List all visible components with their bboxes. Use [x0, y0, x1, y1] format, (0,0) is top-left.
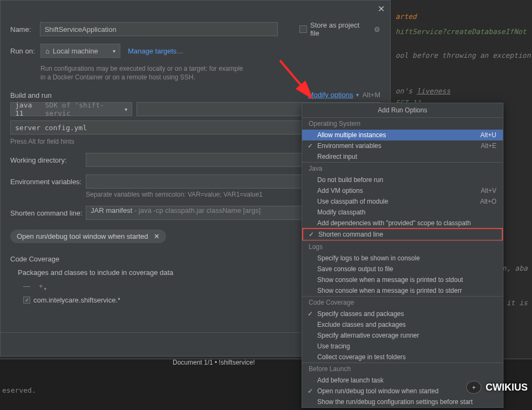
popup-item[interactable]: Save console output to file: [302, 264, 503, 274]
check-icon: ✓: [308, 387, 313, 395]
popup-item[interactable]: Do not build before run: [302, 174, 503, 185]
popup-item[interactable]: Redirect input: [302, 151, 503, 162]
popup-item-label: Add before launch task: [317, 377, 384, 384]
chat-bubble-icon: ✦: [466, 381, 481, 394]
popup-item-label: Specify logs to be shown in console: [317, 254, 420, 262]
watermark: ✦ CWIKIUS: [466, 381, 528, 394]
popup-item-shortcut: Alt+U: [480, 131, 496, 139]
popup-item[interactable]: Add VM optionsAlt+V: [302, 185, 503, 196]
popup-item-label: Show console when a message is printed t…: [317, 276, 463, 284]
popup-group-header: Before Launch: [302, 362, 503, 375]
popup-item[interactable]: Add dependencies with "provided" scope t…: [302, 218, 503, 228]
run-on-value: Local machine: [53, 47, 98, 55]
popup-item-label: Show the run/debug configuration setting…: [317, 398, 473, 406]
chevron-down-icon: ▾: [113, 48, 115, 54]
chip-remove-icon[interactable]: ✕: [154, 232, 160, 240]
dialog-title-bar: ✕: [1, 1, 390, 17]
popup-item[interactable]: Specify alternative coverage runner: [302, 330, 503, 341]
popup-item[interactable]: ✓Specify classes and packages: [302, 308, 503, 319]
popup-title: Add Run Options: [302, 103, 503, 118]
add-run-options-popup: Add Run Options Operating SystemAllow mu…: [302, 103, 503, 408]
popup-group-header: Operating System: [302, 118, 503, 130]
working-directory-label: Working directory:: [10, 156, 86, 164]
chevron-down-icon: ▾: [125, 106, 127, 112]
popup-item-label: Exclude classes and packages: [317, 321, 406, 328]
document-status: Document 1/1 • !shiftservice!: [173, 359, 255, 366]
popup-item-label: Use tracing: [317, 342, 350, 350]
remove-icon[interactable]: —: [23, 282, 30, 292]
popup-item[interactable]: Show the run/debug configuration setting…: [302, 396, 503, 407]
popup-item-label: Show console when a message is printed t…: [317, 287, 462, 294]
popup-item-label: Shorten command line: [318, 231, 383, 238]
popup-item[interactable]: Specify logs to be shown in console: [302, 253, 503, 264]
popup-item-label: Do not build before run: [317, 176, 383, 184]
popup-item[interactable]: Allow multiple instancesAlt+U: [302, 130, 503, 140]
popup-item-label: Specify alternative coverage runner: [317, 332, 419, 339]
popup-item-label: Add dependencies with "provided" scope t…: [317, 219, 471, 227]
gear-icon[interactable]: ⚙: [374, 25, 380, 33]
popup-item-shortcut: Alt+V: [481, 187, 496, 194]
store-as-project-label: Store as project file: [310, 21, 369, 37]
popup-item-shortcut: Alt+E: [481, 142, 496, 150]
open-tool-window-chip[interactable]: Open run/debug tool window when started …: [10, 230, 166, 243]
modify-options-link[interactable]: Modify options: [308, 91, 353, 99]
close-icon[interactable]: ✕: [378, 4, 385, 14]
name-input[interactable]: [40, 22, 278, 36]
popup-item-label: Add VM options: [317, 187, 363, 194]
popup-item[interactable]: Show console when a message is printed t…: [302, 274, 503, 285]
popup-item[interactable]: Collect coverage in test folders: [302, 352, 503, 362]
popup-group-header: Java: [302, 162, 503, 174]
popup-item-label: Specify classes and packages: [317, 310, 404, 318]
popup-item[interactable]: Use classpath of moduleAlt+O: [302, 196, 503, 207]
jdk-dropdown[interactable]: java 11 SDK of 'shift-servic ▾: [10, 102, 132, 116]
popup-item[interactable]: Exclude classes and packages: [302, 319, 503, 330]
jdk-value: java 11: [15, 101, 42, 117]
popup-item[interactable]: ✓Shorten command line: [303, 229, 502, 240]
chip-label: Open run/debug tool window when started: [17, 232, 148, 240]
run-on-hint: Run configurations may be executed local…: [40, 64, 245, 82]
popup-item-label: Environment variables: [317, 142, 381, 150]
home-icon: ⌂: [45, 47, 50, 55]
check-icon: ✓: [309, 231, 314, 238]
name-label: Name:: [10, 25, 40, 33]
popup-group-header: Logs: [302, 240, 503, 253]
popup-item-label: Save console output to file: [317, 265, 393, 273]
popup-item-label: Use classpath of module: [317, 198, 388, 205]
manage-targets-link[interactable]: Manage targets…: [128, 47, 183, 55]
package-checkbox[interactable]: ✓: [23, 297, 30, 304]
modify-options-shortcut: Alt+M: [362, 91, 380, 99]
check-icon: ✓: [308, 310, 313, 318]
popup-item-shortcut: Alt+O: [480, 198, 496, 205]
run-on-label: Run on:: [10, 47, 40, 55]
popup-item[interactable]: ✓Environment variablesAlt+E: [302, 140, 503, 151]
run-on-dropdown[interactable]: ⌂ Local machine ▾: [40, 44, 120, 58]
popup-item-label: Open run/debug tool window when started: [317, 387, 439, 395]
popup-item-label: Redirect input: [317, 153, 357, 160]
popup-item-label: Allow multiple instances: [317, 131, 386, 139]
env-vars-label: Environment variables:: [10, 178, 86, 186]
add-icon[interactable]: +✦: [39, 282, 47, 292]
popup-item-label: Collect coverage in test folders: [317, 353, 406, 361]
popup-item[interactable]: Modify classpath: [302, 207, 503, 218]
shorten-cmd-label: Shorten command line:: [10, 209, 86, 217]
check-icon: ✓: [308, 142, 313, 150]
chevron-down-icon: ▾: [356, 92, 359, 98]
popup-item[interactable]: Use tracing: [302, 341, 503, 352]
popup-item[interactable]: Show console when a message is printed t…: [302, 285, 503, 296]
popup-group-header: Code Coverage: [302, 296, 503, 308]
popup-item-label: Modify classpath: [317, 209, 365, 216]
coverage-package-item[interactable]: com.intelycare.shiftservice.*: [33, 296, 120, 304]
store-as-project-checkbox[interactable]: [299, 25, 307, 33]
